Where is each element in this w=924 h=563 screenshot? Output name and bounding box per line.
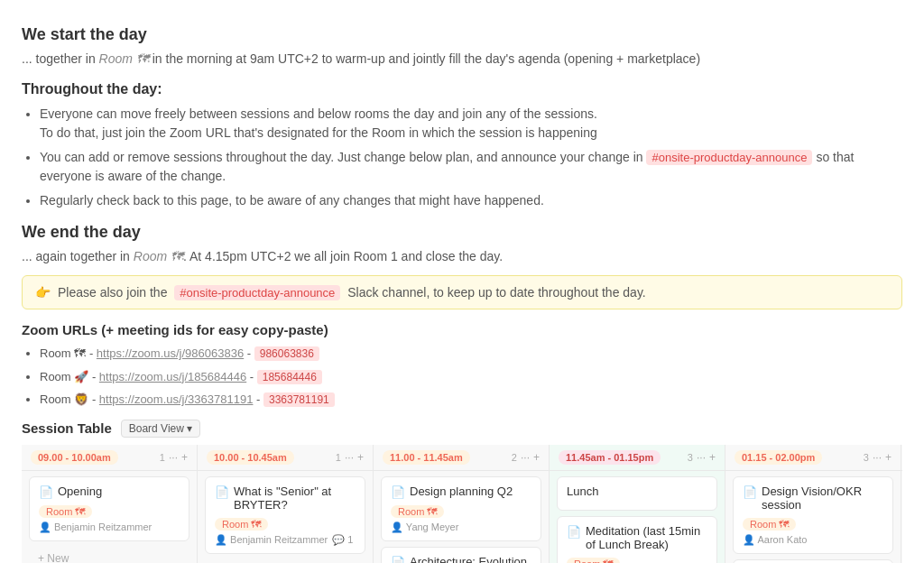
card-assignee: 👤 Benjamin Reitzammer bbox=[39, 521, 152, 533]
room-link-end[interactable]: Room 🗺 bbox=[134, 249, 183, 263]
add-new-button[interactable]: + New bbox=[205, 559, 365, 564]
zoom-room-link[interactable]: https://zoom.us/j/185684446 bbox=[99, 370, 246, 383]
zoom-room-item: Room 🚀 - https://zoom.us/j/185684446 - 1… bbox=[40, 368, 902, 386]
card-assignee: 👤 Aaron Kato bbox=[743, 534, 808, 546]
col-count: 2 bbox=[512, 452, 517, 463]
col-add-button[interactable]: + bbox=[357, 451, 364, 464]
board-col-1: 10.00 - 10.45am1···+📄What is "Senior" at… bbox=[198, 445, 374, 564]
col-count: 3 bbox=[688, 452, 693, 463]
col-time: 01.15 - 02.00pm bbox=[735, 450, 822, 465]
bullet-2: You can add or remove sessions throughou… bbox=[40, 148, 902, 186]
zoom-room-link[interactable]: https://zoom.us/j/3363781191 bbox=[99, 392, 254, 406]
doc-icon: 📄 bbox=[391, 556, 405, 564]
col-body: Lunch📄Meditation (last 15min of Lunch Br… bbox=[550, 471, 725, 564]
col-add-button[interactable]: + bbox=[533, 451, 540, 464]
section-end-title: We end the day bbox=[22, 223, 902, 242]
card-title-text: Design planning Q2 bbox=[410, 485, 513, 498]
zoom-section: Zoom URLs (+ meeting ids for easy copy-p… bbox=[22, 322, 902, 409]
card-1-0[interactable]: 📄What is "Senior" at BRYTER?Room 🗺👤 Benj… bbox=[205, 476, 365, 554]
col-actions: 3···+ bbox=[684, 451, 716, 464]
col-actions: 2···+ bbox=[508, 451, 540, 464]
card-2-1[interactable]: 📄Architecture: Evolution and Outlook bbox=[381, 547, 541, 564]
col-header: 10.00 - 10.45am1···+ bbox=[198, 445, 373, 471]
card-title-text: Lunch bbox=[567, 485, 598, 498]
notice-box: 👉 Please also join the #onsite-productda… bbox=[22, 275, 902, 309]
bullet-1: Everyone can move freely between session… bbox=[40, 105, 902, 143]
board-view-button[interactable]: Board View ▾ bbox=[121, 420, 200, 438]
day-bullets: Everyone can move freely between session… bbox=[40, 105, 902, 210]
col-time: 11.45am - 01.15pm bbox=[559, 450, 661, 465]
session-table-title: Session Table bbox=[22, 420, 112, 436]
card-title-text: Design Vision/OKR session bbox=[762, 485, 883, 512]
col-actions: 1···+ bbox=[156, 451, 188, 464]
card-0-0[interactable]: 📄OpeningRoom 🗺👤 Benjamin Reitzammer bbox=[29, 476, 189, 541]
card-tag: Room 🗺 bbox=[567, 558, 620, 564]
section-start-desc: ... together in Room 🗺 in the morning at… bbox=[22, 50, 902, 69]
col-more-button[interactable]: ··· bbox=[697, 451, 706, 464]
col-body: 📄Design Vision/OKR sessionRoom 🗺👤 Aaron … bbox=[725, 471, 901, 564]
card-title: 📄Design planning Q2 bbox=[391, 485, 531, 499]
col-time: 10.00 - 10.45am bbox=[207, 450, 294, 465]
card-title: 📄Opening bbox=[39, 485, 180, 499]
bullet-3: Regularly check back to this page, to be… bbox=[40, 191, 902, 210]
card-4-1[interactable]: Make upcoming stuff more visibleRoom 🗺 bbox=[733, 559, 893, 564]
col-add-button[interactable]: + bbox=[709, 451, 716, 464]
card-title-text: What is "Senior" at BRYTER? bbox=[234, 485, 356, 512]
card-2-0[interactable]: 📄Design planning Q2Room 🗺👤 Yang Meyer bbox=[381, 476, 541, 541]
col-add-button[interactable]: + bbox=[181, 451, 188, 464]
col-header: 11.00 - 11.45am2···+ bbox=[374, 445, 549, 471]
card-meta: 👤 Benjamin Reitzammer bbox=[39, 521, 180, 533]
room-link-start[interactable]: Room 🗺 bbox=[99, 51, 149, 66]
card-tag: Room 🗺 bbox=[215, 518, 268, 531]
card-3-0[interactable]: Lunch bbox=[557, 476, 717, 511]
col-header: 02.1... bbox=[901, 445, 902, 471]
board-col-3: 11.45am - 01.15pm3···+Lunch📄Meditation (… bbox=[550, 445, 725, 564]
card-title: Lunch bbox=[567, 485, 707, 498]
col-more-button[interactable]: ··· bbox=[169, 451, 178, 464]
zoom-room-name: Room 🚀 bbox=[40, 370, 88, 383]
zoom-room-name: Room 🗺 bbox=[40, 346, 86, 360]
card-4-0[interactable]: 📄Design Vision/OKR sessionRoom 🗺👤 Aaron … bbox=[733, 476, 893, 554]
col-count: 1 bbox=[160, 452, 165, 463]
col-time: 11.00 - 11.45am bbox=[383, 450, 470, 465]
section-end-desc: ... again together in Room 🗺. At 4.15pm … bbox=[22, 247, 902, 266]
doc-icon: 📄 bbox=[391, 485, 405, 499]
col-body: 📄OpeningRoom 🗺👤 Benjamin Reitzammer+ New bbox=[22, 471, 197, 564]
board-col-0: 09.00 - 10.00am1···+📄OpeningRoom 🗺👤 Benj… bbox=[22, 445, 198, 564]
card-3-1[interactable]: 📄Meditation (last 15min of Lunch Break)R… bbox=[557, 516, 717, 564]
zoom-room-item: Room 🗺 - https://zoom.us/j/986063836 - 9… bbox=[40, 345, 902, 363]
board-col-4: 01.15 - 02.00pm3···+📄Design Vision/OKR s… bbox=[725, 445, 901, 564]
card-meta: 👤 Benjamin Reitzammer💬 1 bbox=[215, 534, 356, 546]
board-col-2: 11.00 - 11.45am2···+📄Design planning Q2R… bbox=[374, 445, 550, 564]
zoom-room-link[interactable]: https://zoom.us/j/986063836 bbox=[97, 346, 244, 360]
zoom-room-item: Room 🦁 - https://zoom.us/j/3363781191 - … bbox=[40, 391, 902, 409]
col-more-button[interactable]: ··· bbox=[345, 451, 354, 464]
col-time: 09.00 - 10.00am bbox=[31, 450, 118, 465]
add-new-button[interactable]: + New bbox=[29, 547, 189, 564]
notice-emoji: 👉 bbox=[35, 285, 51, 300]
section-day-title: Throughout the day: bbox=[22, 81, 902, 97]
doc-icon: 📄 bbox=[743, 485, 757, 499]
col-more-button[interactable]: ··· bbox=[873, 451, 882, 464]
card-title-text: Meditation (last 15min of Lunch Break) bbox=[586, 524, 707, 551]
board-col-5: 02.1...A... Visi... bbox=[901, 445, 902, 564]
col-more-button[interactable]: ··· bbox=[521, 451, 530, 464]
doc-icon: 📄 bbox=[39, 485, 53, 499]
col-header: 01.15 - 02.00pm3···+ bbox=[725, 445, 901, 471]
card-comment-count: 💬 1 bbox=[332, 534, 353, 546]
zoom-id-badge: 3363781191 bbox=[263, 392, 335, 407]
slack-badge-1: #onsite-productday-announce bbox=[646, 150, 812, 165]
zoom-id-badge: 185684446 bbox=[257, 370, 322, 384]
slack-badge-2: #onsite-productday-announce bbox=[174, 285, 340, 300]
page-container: We start the day ... together in Room 🗺 … bbox=[0, 0, 924, 563]
zoom-id-badge: 986063836 bbox=[254, 346, 319, 361]
col-body: 📄Design planning Q2Room 🗺👤 Yang Meyer📄Ar… bbox=[374, 471, 549, 564]
doc-icon: 📄 bbox=[567, 525, 581, 539]
col-count: 3 bbox=[864, 452, 869, 463]
zoom-title: Zoom URLs (+ meeting ids for easy copy-p… bbox=[22, 322, 902, 337]
section-start-title: We start the day bbox=[22, 25, 902, 44]
session-table-header: Session Table Board View ▾ bbox=[22, 420, 902, 438]
card-assignee: 👤 Benjamin Reitzammer bbox=[215, 534, 328, 546]
zoom-room-name: Room 🦁 bbox=[40, 392, 88, 406]
col-add-button[interactable]: + bbox=[885, 451, 892, 464]
